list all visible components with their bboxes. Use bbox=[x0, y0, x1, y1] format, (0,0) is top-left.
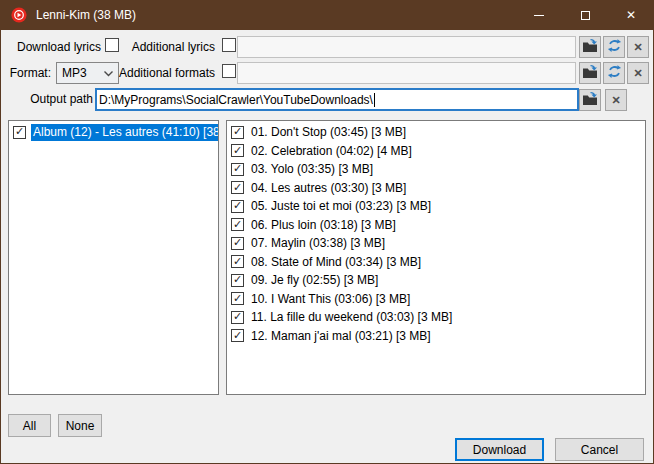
album-listbox: Album (12) - Les autres (41:10) [38 MB] bbox=[8, 120, 219, 395]
text-caret bbox=[374, 93, 375, 107]
track-item-label[interactable]: 12. Maman j'ai mal (03:21) [3 MB] bbox=[249, 327, 433, 344]
output-path-input[interactable]: D:\MyPrograms\SocialCrawler\YouTubeDownl… bbox=[95, 88, 579, 111]
additional-lyrics-label: Additional lyrics bbox=[121, 40, 215, 55]
app-window: Lenni-Kim (38 MB) ✕ Download lyrics Addi… bbox=[0, 0, 654, 464]
track-item-checkbox[interactable] bbox=[231, 237, 244, 250]
open-folder-icon bbox=[582, 64, 598, 83]
track-item-row[interactable]: 08. State of Mind (03:34) [3 MB] bbox=[227, 253, 645, 272]
minimize-icon bbox=[534, 15, 544, 16]
window-title: Lenni-Kim (38 MB) bbox=[36, 8, 136, 22]
refresh-icon bbox=[607, 64, 622, 82]
main-panel: Download lyrics Additional lyrics bbox=[1, 30, 653, 463]
track-item-label[interactable]: 07. Maylin (03:38) [3 MB] bbox=[249, 235, 387, 252]
track-item-label[interactable]: 04. Les autres (03:30) [3 MB] bbox=[249, 179, 408, 196]
track-item-checkbox[interactable] bbox=[231, 292, 244, 305]
track-item-row[interactable]: 02. Celebration (04:02) [4 MB] bbox=[227, 142, 645, 161]
track-item-row[interactable]: 11. La fille du weekend (03:03) [3 MB] bbox=[227, 308, 645, 327]
track-item-label[interactable]: 06. Plus loin (03:18) [3 MB] bbox=[249, 216, 398, 233]
format-value: MP3 bbox=[62, 66, 87, 80]
track-item-checkbox[interactable] bbox=[231, 329, 244, 342]
track-item-row[interactable]: 09. Je fly (02:55) [3 MB] bbox=[227, 271, 645, 290]
track-listbox: 01. Don't Stop (03:45) [3 MB]02. Celebra… bbox=[226, 120, 646, 395]
output-path-label: Output path bbox=[1, 92, 93, 107]
open-folder-icon bbox=[582, 38, 598, 57]
track-item-row[interactable]: 12. Maman j'ai mal (03:21) [3 MB] bbox=[227, 327, 645, 346]
track-item-row[interactable]: 04. Les autres (03:30) [3 MB] bbox=[227, 179, 645, 198]
track-item-checkbox[interactable] bbox=[231, 144, 244, 157]
titlebar: Lenni-Kim (38 MB) ✕ bbox=[0, 0, 654, 30]
download-lyrics-checkbox[interactable] bbox=[105, 38, 119, 52]
refresh-icon bbox=[607, 38, 622, 56]
track-item-label[interactable]: 11. La fille du weekend (03:03) [3 MB] bbox=[249, 309, 454, 326]
track-item-label[interactable]: 09. Je fly (02:55) [3 MB] bbox=[249, 272, 380, 289]
track-item-row[interactable]: 07. Maylin (03:38) [3 MB] bbox=[227, 234, 645, 253]
album-item-label[interactable]: Album (12) - Les autres (41:10) [38 MB] bbox=[31, 124, 219, 141]
select-all-button[interactable]: All bbox=[8, 414, 51, 437]
clear-x-icon: ✕ bbox=[633, 68, 642, 79]
output-clear-button[interactable]: ✕ bbox=[605, 89, 627, 111]
track-item-row[interactable]: 10. I Want This (03:06) [3 MB] bbox=[227, 290, 645, 309]
lyrics-refresh-button[interactable] bbox=[603, 36, 625, 58]
formats-clear-button[interactable]: ✕ bbox=[627, 62, 649, 84]
formats-browse-button[interactable] bbox=[579, 62, 601, 84]
track-item-label[interactable]: 08. State of Mind (03:34) [3 MB] bbox=[249, 253, 423, 270]
track-item-row[interactable]: 05. Juste toi et moi (03:23) [3 MB] bbox=[227, 197, 645, 216]
additional-formats-input[interactable] bbox=[237, 62, 576, 84]
clear-x-icon: ✕ bbox=[611, 95, 620, 106]
track-item-checkbox[interactable] bbox=[231, 218, 244, 231]
track-item-checkbox[interactable] bbox=[231, 311, 244, 324]
track-item-checkbox[interactable] bbox=[231, 163, 244, 176]
track-item-label[interactable]: 01. Don't Stop (03:45) [3 MB] bbox=[249, 124, 408, 141]
download-lyrics-label: Download lyrics bbox=[1, 40, 101, 55]
window-controls: ✕ bbox=[516, 0, 654, 30]
track-item-label[interactable]: 03. Yolo (03:35) [3 MB] bbox=[249, 161, 375, 178]
track-item-label[interactable]: 10. I Want This (03:06) [3 MB] bbox=[249, 290, 412, 307]
additional-formats-label: Additional formats bbox=[113, 66, 215, 81]
output-browse-button[interactable] bbox=[579, 89, 601, 111]
lyrics-clear-button[interactable]: ✕ bbox=[627, 36, 649, 58]
close-icon: ✕ bbox=[626, 9, 636, 21]
cancel-button[interactable]: Cancel bbox=[555, 438, 644, 461]
album-item-checkbox[interactable] bbox=[13, 126, 26, 139]
select-none-button[interactable]: None bbox=[58, 414, 102, 437]
track-item-row[interactable]: 01. Don't Stop (03:45) [3 MB] bbox=[227, 123, 645, 142]
format-label: Format: bbox=[1, 66, 51, 81]
track-item-row[interactable]: 06. Plus loin (03:18) [3 MB] bbox=[227, 216, 645, 235]
open-folder-icon bbox=[582, 91, 598, 110]
maximize-button[interactable] bbox=[562, 0, 608, 30]
track-item-checkbox[interactable] bbox=[231, 255, 244, 268]
track-item-checkbox[interactable] bbox=[231, 126, 244, 139]
additional-lyrics-checkbox[interactable] bbox=[222, 38, 236, 52]
lyrics-browse-button[interactable] bbox=[579, 36, 601, 58]
track-item-checkbox[interactable] bbox=[231, 274, 244, 287]
clear-x-icon: ✕ bbox=[633, 42, 642, 53]
album-item-row[interactable]: Album (12) - Les autres (41:10) [38 MB] bbox=[9, 123, 218, 142]
minimize-button[interactable] bbox=[516, 0, 562, 30]
track-item-checkbox[interactable] bbox=[231, 200, 244, 213]
download-button[interactable]: Download bbox=[455, 438, 544, 461]
track-item-checkbox[interactable] bbox=[231, 181, 244, 194]
additional-lyrics-input[interactable] bbox=[237, 36, 576, 58]
play-circle-icon bbox=[11, 7, 27, 23]
track-item-label[interactable]: 05. Juste toi et moi (03:23) [3 MB] bbox=[249, 198, 433, 215]
track-item-label[interactable]: 02. Celebration (04:02) [4 MB] bbox=[249, 142, 414, 159]
close-button[interactable]: ✕ bbox=[608, 0, 654, 30]
additional-formats-checkbox[interactable] bbox=[222, 64, 236, 78]
chevron-down-icon bbox=[104, 66, 113, 80]
format-select[interactable]: MP3 bbox=[56, 62, 119, 84]
track-item-row[interactable]: 03. Yolo (03:35) [3 MB] bbox=[227, 160, 645, 179]
output-path-value: D:\MyPrograms\SocialCrawler\YouTubeDownl… bbox=[99, 93, 373, 107]
maximize-icon bbox=[581, 11, 590, 20]
formats-refresh-button[interactable] bbox=[603, 62, 625, 84]
